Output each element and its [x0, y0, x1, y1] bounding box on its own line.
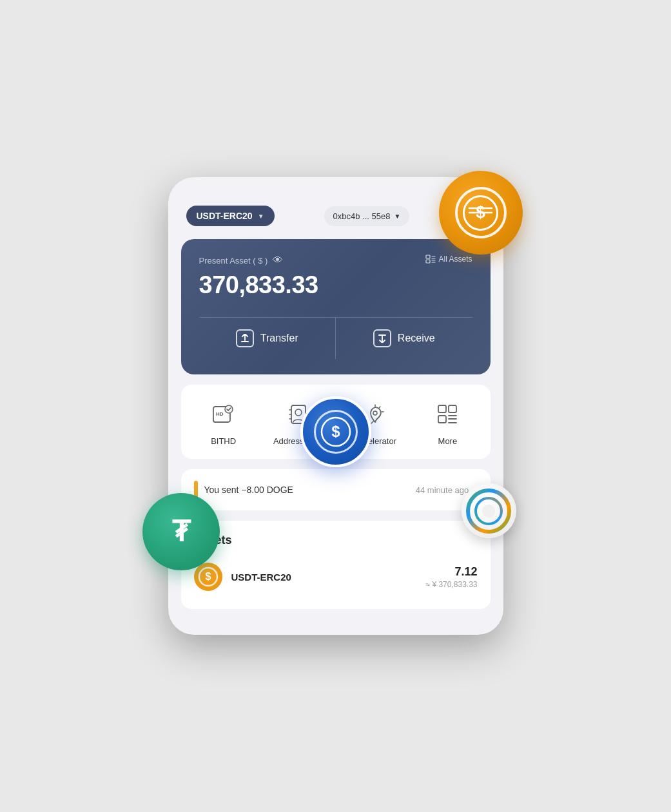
- asset-name: USDT-ERC20: [231, 572, 291, 583]
- asset-card: Present Asset ( $ ) 👁 All Assets 370,833…: [181, 239, 491, 374]
- svg-rect-28: [449, 405, 456, 412]
- address-text: 0xbc4b ... 55e8: [333, 211, 391, 221]
- asset-row-right: 7.12 ≈ ¥ 370,833.33: [426, 565, 478, 589]
- nexo-coin-decoration: [462, 483, 516, 538]
- svg-rect-29: [438, 416, 446, 423]
- receive-button[interactable]: Receive: [335, 318, 472, 359]
- svg-rect-20: [378, 334, 386, 336]
- usdt-coin-decoration: $: [439, 171, 523, 255]
- asset-value: ≈ ¥ 370,833.33: [426, 580, 478, 589]
- token-name: USDT-ERC20: [197, 211, 253, 221]
- svg-text:HD: HD: [216, 411, 224, 417]
- assets-title: Assets: [194, 534, 478, 547]
- action-buttons: Transfer Receive: [199, 317, 472, 359]
- all-assets-button[interactable]: All Assets: [425, 255, 472, 264]
- svg-text:$: $: [205, 571, 211, 582]
- svg-rect-13: [426, 255, 430, 258]
- token-selector[interactable]: USDT-ERC20 ▼: [186, 206, 275, 226]
- all-assets-label: All Assets: [438, 255, 472, 264]
- chevron-down-icon: ▼: [258, 213, 264, 220]
- assets-section: Assets $ USDT-ERC20 7.12 ≈ ¥ 370,833.33: [181, 521, 491, 609]
- tether-coin-decoration: ₮: [142, 493, 220, 570]
- svg-rect-14: [426, 260, 430, 263]
- address-selector[interactable]: 0xbc4b ... 55e8 ▼: [324, 206, 410, 226]
- transfer-icon: [236, 329, 254, 347]
- chevron-down-icon: ▼: [394, 213, 401, 220]
- svg-rect-19: [241, 341, 249, 342]
- svg-text:$: $: [331, 423, 340, 440]
- transaction-time: 44 minute ago: [416, 485, 469, 495]
- transaction-left: You sent −8.00 DOGE: [194, 481, 293, 499]
- receive-label: Receive: [398, 333, 435, 344]
- svg-point-26: [373, 411, 377, 415]
- asset-coin-icon: $: [194, 563, 222, 591]
- phone-container: $ $ ₮: [168, 177, 503, 635]
- svg-point-8: [482, 505, 495, 517]
- bithd-icon: HD: [207, 398, 240, 431]
- transfer-label: Transfer: [260, 333, 298, 344]
- asset-amount: 370,833.33: [199, 271, 472, 299]
- asset-balance: 7.12: [426, 565, 478, 579]
- bithd-label: BITHD: [211, 436, 236, 446]
- svg-point-25: [295, 409, 302, 416]
- transfer-button[interactable]: Transfer: [199, 318, 336, 359]
- usdc-coin-decoration: $: [300, 396, 371, 467]
- more-icon: [431, 398, 464, 431]
- receive-icon: [373, 329, 391, 347]
- asset-label-text: Present Asset ( $ ): [199, 256, 268, 266]
- quick-action-bithd[interactable]: HD BITHD: [201, 398, 246, 446]
- asset-row-left: $ USDT-ERC20: [194, 563, 291, 591]
- table-row[interactable]: $ USDT-ERC20 7.12 ≈ ¥ 370,833.33: [194, 557, 478, 596]
- eye-icon[interactable]: 👁: [273, 255, 283, 266]
- more-label: More: [438, 436, 458, 446]
- transaction-row[interactable]: You sent −8.00 DOGE 44 minute ago ›: [181, 469, 491, 510]
- svg-rect-27: [438, 405, 446, 412]
- quick-action-more[interactable]: More: [425, 398, 470, 446]
- transaction-text: You sent −8.00 DOGE: [204, 485, 293, 495]
